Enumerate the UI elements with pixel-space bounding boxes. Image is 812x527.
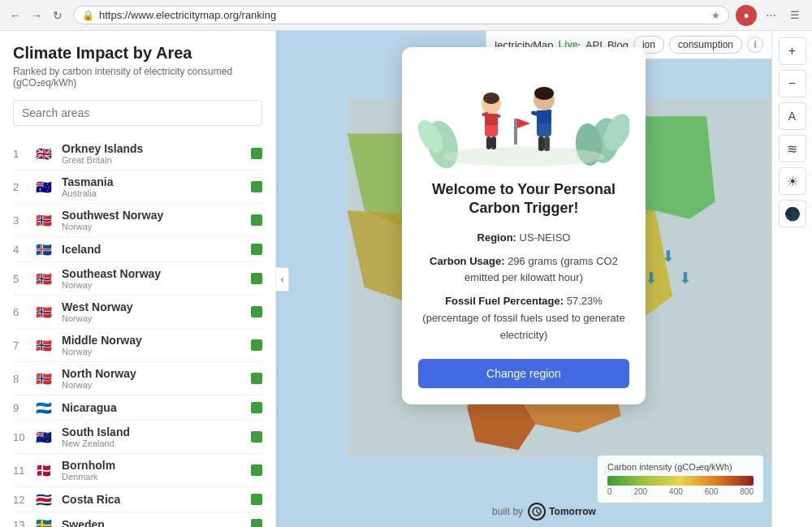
translate-button[interactable]: A (779, 102, 806, 130)
rank-number: 5 (13, 273, 32, 285)
country-flag: 🇸🇪 (32, 517, 55, 527)
intensity-indicator (251, 519, 262, 527)
intensity-indicator (251, 273, 262, 284)
list-item[interactable]: 1 🇬🇧 Orkney Islands Great Britain (13, 137, 262, 171)
area-name: Orkney Islands (62, 142, 251, 155)
zoom-out-button[interactable]: − (779, 70, 806, 97)
legend-title: Carbon intensity (gCO₂eq/kWh) (607, 462, 754, 473)
extensions-btn[interactable]: ⋯ (760, 5, 781, 26)
profile-icon[interactable]: ● (736, 5, 757, 26)
list-item[interactable]: 4 🇮🇸 Iceland (13, 237, 262, 262)
svg-rect-26 (514, 119, 517, 145)
wind-button[interactable]: ≋ (779, 135, 806, 162)
tomorrow-brand: Tomorrow (549, 506, 596, 517)
fossil-label: Fossil Fuel Percentage: (445, 295, 564, 307)
area-name: West Norway (62, 300, 251, 313)
area-name: Southwest Norway (62, 209, 251, 222)
svg-rect-22 (544, 109, 552, 114)
area-name: North Norway (62, 367, 251, 380)
list-item[interactable]: 12 🇨🇷 Costa Rica (13, 487, 262, 512)
svg-text:⬇: ⬇ (662, 248, 675, 265)
sun-button[interactable]: ☀ (779, 167, 806, 195)
list-item[interactable]: 7 🇳🇴 Middle Norway Norway (13, 329, 262, 362)
intensity-indicator (251, 244, 262, 255)
svg-point-25 (534, 87, 554, 100)
country-flag: 🇮🇸 (32, 242, 55, 257)
area-info: Nicaragua (62, 401, 251, 414)
built-by: built by Tomorrow (492, 503, 596, 521)
modal-illustration (418, 63, 629, 169)
tick-600: 600 (705, 487, 719, 496)
modal-fossil: Fossil Fuel Percentage: 57.23% (percenta… (418, 293, 629, 343)
search-input[interactable] (13, 100, 262, 126)
area-country: Norway (62, 347, 251, 356)
area-country: Norway (62, 380, 251, 390)
area-name: Southeast Norway (62, 267, 251, 280)
country-flag: 🇳🇴 (32, 213, 55, 227)
intensity-indicator (251, 494, 262, 505)
area-info: Orkney Islands Great Britain (62, 142, 251, 165)
ranking-list: 1 🇬🇧 Orkney Islands Great Britain 2 🇦🇺 T… (13, 137, 262, 527)
list-item[interactable]: 9 🇳🇮 Nicaragua (13, 395, 262, 421)
svg-point-9 (443, 147, 605, 166)
legend: Carbon intensity (gCO₂eq/kWh) 0 200 400 … (598, 456, 763, 503)
area-name: South Island (62, 425, 251, 438)
map-area[interactable]: lectricityMap Live· API Blog ion consump… (276, 31, 812, 527)
area-info: Bornholm Denmark (62, 459, 251, 482)
collapse-arrow[interactable]: ‹ (276, 267, 289, 292)
country-flag: 🇳🇴 (32, 371, 55, 386)
nav-buttons: ← → ↻ (6, 6, 67, 24)
list-item[interactable]: 5 🇳🇴 Southeast Norway Norway (13, 262, 262, 296)
rank-number: 8 (13, 373, 32, 385)
region-value: US-NEISO (520, 231, 571, 244)
list-item[interactable]: 3 🇳🇴 Southwest Norway Norway (13, 204, 262, 237)
area-info: Sweden (62, 518, 251, 527)
address-bar[interactable]: 🔒 https://www.electricitymap.org/ranking… (73, 6, 729, 24)
country-flag: 🇦🇺 (32, 179, 55, 194)
intensity-indicator (251, 402, 262, 413)
modal-card: Welcome to Your Personal Carbon Trigger!… (402, 47, 646, 404)
consumption-pill[interactable]: consumption (669, 36, 742, 54)
rank-number: 11 (13, 464, 32, 477)
info-icon[interactable]: i (747, 37, 763, 53)
country-flag: 🇨🇷 (32, 492, 55, 507)
area-info: Southeast Norway Norway (62, 267, 251, 290)
list-item[interactable]: 2 🇦🇺 Tasmania Australia (13, 171, 262, 204)
area-name: Costa Rica (62, 493, 251, 506)
rank-number: 1 (13, 148, 32, 160)
rank-number: 7 (13, 339, 32, 352)
moon-button[interactable]: 🌑 (779, 200, 806, 227)
list-item[interactable]: 13 🇸🇪 Sweden (13, 512, 262, 527)
svg-text:⬇: ⬇ (679, 270, 692, 287)
list-item[interactable]: 6 🇳🇴 West Norway Norway (13, 296, 262, 329)
country-flag: 🇳🇴 (32, 305, 55, 319)
url-text: https://www.electricitymap.org/ranking (99, 9, 706, 21)
area-info: Middle Norway Norway (62, 334, 251, 356)
forward-button[interactable]: → (28, 6, 45, 24)
area-country: Australia (62, 188, 251, 198)
change-region-button[interactable]: Change region (418, 359, 629, 388)
svg-rect-24 (544, 136, 550, 151)
country-flag: 🇳🇿 (32, 430, 55, 444)
list-item[interactable]: 8 🇳🇴 North Norway Norway (13, 362, 262, 395)
back-button[interactable]: ← (6, 6, 24, 24)
zoom-in-button[interactable]: + (779, 37, 806, 65)
intensity-indicator (251, 373, 262, 384)
menu-btn[interactable]: ☰ (784, 5, 806, 26)
country-flag: 🇩🇰 (32, 463, 55, 477)
tick-800: 800 (740, 487, 754, 496)
legend-bar (607, 476, 754, 486)
built-by-label: built by (492, 506, 523, 517)
list-item[interactable]: 11 🇩🇰 Bornholm Denmark (13, 454, 262, 487)
intensity-indicator (251, 464, 262, 476)
area-info: Iceland (62, 243, 251, 256)
intensity-indicator (251, 339, 262, 351)
area-name: Tasmania (62, 175, 251, 188)
sidebar-subtitle: Ranked by carbon intensity of electricit… (13, 66, 262, 89)
refresh-button[interactable]: ↻ (49, 6, 67, 24)
legend-ticks: 0 200 400 600 800 (607, 487, 754, 496)
intensity-indicator (251, 181, 262, 192)
carbon-label: Carbon Usage: (430, 255, 504, 267)
tick-200: 200 (633, 487, 647, 496)
list-item[interactable]: 10 🇳🇿 South Island New Zealand (13, 421, 262, 454)
